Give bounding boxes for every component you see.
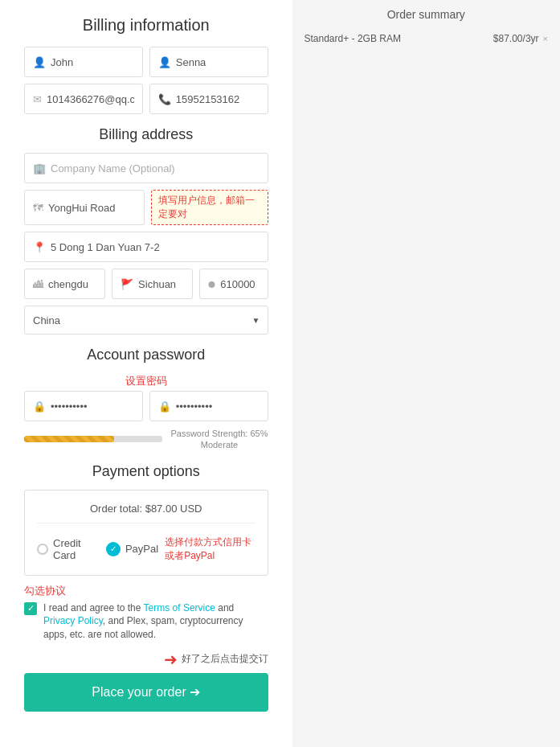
strength-text: Password Strength: 65% Moderate [170, 428, 268, 451]
confirm-password-wrapper: 🔒 [149, 391, 268, 421]
city-icon: 🏙 [33, 278, 43, 290]
agree-text: I read and agree to the Terms of Service… [43, 601, 268, 642]
last-name-wrapper: 👤 [149, 47, 268, 77]
order-summary-title: Order summary [305, 8, 549, 21]
agree-text-before: I read and agree to the [43, 602, 144, 614]
arrow-icon: ➜ [164, 650, 178, 669]
submit-annotation-row: ➜ 好了之后点击提交订 [24, 650, 268, 669]
strength-bar-fill [24, 436, 114, 442]
phone-icon: 📞 [158, 93, 171, 105]
street-annotation: 填写用户信息，邮箱一定要对 [158, 194, 261, 221]
order-total-value: $87.00 USD [145, 503, 202, 515]
password-annotation: 设置密码 [125, 375, 167, 387]
password-input[interactable] [51, 392, 134, 421]
strength-sublabel: Moderate [201, 440, 238, 449]
agree-text-and: and [215, 602, 234, 614]
name-row: 👤 👤 [24, 47, 268, 77]
country-select-wrapper: China [24, 306, 268, 335]
payment-options-box: Order total: $87.00 USD Credit Card ✓ Pa… [24, 490, 268, 576]
user-icon: 👤 [33, 56, 46, 68]
main-panel: Billing information 👤 👤 ✉ 📞 Billing addr… [0, 0, 292, 747]
order-summary-item: Standard+ - 2GB RAM $87.00/3yr × [305, 29, 549, 48]
payment-options-title: Payment options [24, 463, 268, 480]
billing-address-title: Billing address [24, 126, 268, 143]
building-icon: 🏢 [33, 162, 46, 174]
address2-wrapper: 📍 [24, 232, 268, 262]
user-icon-2: 👤 [158, 56, 171, 68]
confirm-password-input[interactable] [176, 392, 260, 421]
agree-checkbox[interactable]: ✓ [24, 602, 37, 615]
lock-icon-2: 🔒 [158, 400, 171, 412]
password-section: 设置密码 🔒 🔒 Password Strength: 65% Moderate [24, 373, 268, 451]
paypal-label: PayPal [125, 543, 158, 555]
first-name-wrapper: 👤 [24, 47, 143, 77]
checkbox-annotation: 勾选协议 [24, 584, 268, 598]
phone-wrapper: 📞 [149, 84, 268, 114]
first-name-input[interactable] [51, 47, 134, 76]
payment-methods: Credit Card ✓ PayPal 选择付款方式信用卡或者PayPal [37, 532, 255, 567]
company-row: 🏢 [24, 153, 268, 183]
street-input[interactable] [48, 193, 136, 222]
password-wrapper: 🔒 [24, 391, 143, 421]
zip-wrapper: ⬤ [199, 269, 268, 299]
remove-item-button[interactable]: × [543, 34, 548, 43]
submit-annotation-text: 好了之后点击提交订 [182, 652, 268, 666]
tos-link[interactable]: Terms of Service [144, 602, 215, 614]
credit-card-radio[interactable] [37, 544, 48, 555]
password-note-wrapper: 设置密码 [24, 373, 268, 388]
account-password-title: Account password [24, 347, 268, 363]
password-strength-row: Password Strength: 65% Moderate [24, 428, 268, 451]
address2-input[interactable] [51, 232, 260, 261]
company-input[interactable] [51, 154, 260, 183]
order-item-price: $87.00/3yr [493, 33, 539, 44]
order-total-line: Order total: $87.00 USD [37, 499, 255, 523]
company-wrapper: 🏢 [24, 153, 268, 183]
billing-info-title: Billing information [24, 16, 268, 35]
email-wrapper: ✉ [24, 84, 143, 114]
address2-row: 📍 [24, 232, 268, 262]
street-row: 🗺 填写用户信息，邮箱一定要对 [24, 190, 268, 225]
order-item-price-wrapper: $87.00/3yr × [493, 33, 548, 44]
zip-input[interactable] [220, 269, 259, 298]
strength-label: Password Strength: 65% [170, 429, 268, 438]
password-row: 🔒 🔒 [24, 391, 268, 421]
street-note-box: 填写用户信息，邮箱一定要对 [151, 190, 268, 225]
state-icon: 🚩 [121, 278, 133, 290]
last-name-input[interactable] [176, 47, 260, 76]
contact-row: ✉ 📞 [24, 84, 268, 114]
zip-icon: ⬤ [208, 281, 215, 288]
place-order-label: Place your order ➔ [92, 684, 200, 700]
place-order-button[interactable]: Place your order ➔ [24, 673, 268, 712]
email-input[interactable] [47, 84, 134, 113]
strength-bar-container [24, 436, 162, 442]
state-input[interactable] [138, 269, 184, 298]
order-item-name: Standard+ - 2GB RAM [305, 33, 401, 44]
country-select[interactable]: China [24, 306, 268, 335]
street-wrapper: 🗺 [24, 190, 145, 225]
email-icon: ✉ [33, 93, 42, 105]
privacy-link[interactable]: Privacy Policy [43, 615, 103, 626]
payment-note-wrapper: ✓ PayPal 选择付款方式信用卡或者PayPal [106, 536, 255, 563]
state-wrapper: 🚩 [112, 269, 193, 299]
phone-input[interactable] [176, 84, 260, 113]
city-input[interactable] [48, 269, 96, 298]
order-total-label: Order total: [90, 503, 142, 515]
credit-card-label: Credit Card [53, 537, 90, 561]
lock-icon-1: 🔒 [33, 400, 46, 412]
pin-icon: 📍 [33, 241, 46, 253]
city-wrapper: 🏙 [24, 269, 105, 299]
paypal-check-icon: ✓ [106, 542, 121, 556]
sidebar-panel: Order summary Standard+ - 2GB RAM $87.00… [292, 0, 561, 747]
payment-annotation: 选择付款方式信用卡或者PayPal [165, 536, 255, 563]
street-row-wrapper: 🗺 填写用户信息，邮箱一定要对 [24, 190, 268, 225]
city-state-zip-row: 🏙 🚩 ⬤ [24, 269, 268, 299]
paypal-option[interactable]: ✓ PayPal [106, 542, 158, 556]
agreement-row: ✓ I read and agree to the Terms of Servi… [24, 601, 268, 642]
credit-card-option[interactable]: Credit Card [37, 537, 90, 561]
map-icon: 🗺 [33, 202, 43, 214]
